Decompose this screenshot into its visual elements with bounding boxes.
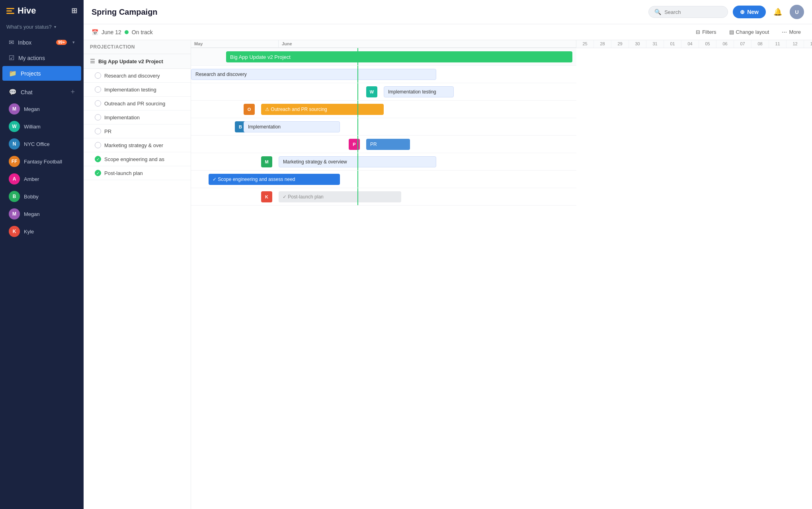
today-line xyxy=(357,188,358,205)
hive-logo-icon xyxy=(6,8,14,14)
avatar-william: W xyxy=(9,121,20,132)
gantt-month-label: June xyxy=(279,40,576,47)
task-label: Marketing strategy & over xyxy=(104,142,163,148)
task-check-icon xyxy=(95,114,101,120)
gantt-bar[interactable]: Implementation xyxy=(244,121,340,132)
grid-icon[interactable]: ⊞ xyxy=(71,6,77,15)
layout-icon: ▤ xyxy=(729,29,734,35)
status-text: What's your status? xyxy=(6,24,52,30)
gantt-task-row: MMarketing strategy & overview xyxy=(191,153,576,171)
date-label: June 12 xyxy=(102,29,121,35)
sidebar-item-megan2[interactable]: M Megan xyxy=(2,206,81,222)
gantt-bar[interactable]: PR xyxy=(366,139,410,150)
task-row[interactable]: Marketing strategy & over xyxy=(84,138,191,152)
sidebar-item-fantasy-football[interactable]: FF Fantasy Football xyxy=(2,153,81,170)
task-rows: Research and discovery Implementation te… xyxy=(84,69,191,180)
gantt-bar[interactable]: ✓ Post-launch plan xyxy=(279,191,401,202)
notifications-button[interactable]: 🔔 xyxy=(771,5,785,19)
sidebar-item-inbox[interactable]: ✉ Inbox 99+ ▾ xyxy=(2,35,81,50)
gantt-day-label: 01 xyxy=(664,40,681,48)
group-label: NYC Office xyxy=(24,141,50,147)
gantt-header: MayJune252829303101040506070811121314151… xyxy=(191,40,812,48)
task-label: Post-launch plan xyxy=(104,170,143,176)
project-folder-icon: ☰ xyxy=(90,58,95,64)
task-row[interactable]: Implementation testing xyxy=(84,83,191,97)
inbox-icon: ✉ xyxy=(9,39,14,46)
page-title: Spring Campaign xyxy=(92,8,644,17)
today-line xyxy=(357,153,358,170)
task-label: Implementation testing xyxy=(104,87,156,93)
task-check-icon xyxy=(95,100,101,107)
task-check-icon: ✓ xyxy=(95,156,101,162)
gantt-task-row: K✓ Post-launch plan xyxy=(191,188,576,206)
task-row[interactable]: Outreach and PR sourcing xyxy=(84,97,191,111)
subbar: 📅 June 12 On track ⊟ Filters ▤ Change la… xyxy=(84,24,812,40)
gantt-task-row: PPR xyxy=(191,136,576,153)
gantt-chart[interactable]: MayJune252829303101040506070811121314151… xyxy=(191,40,812,509)
gantt-day-label: 31 xyxy=(646,40,664,48)
sidebar-item-bobby[interactable]: B Bobby xyxy=(2,188,81,205)
gantt-day-label: 13 xyxy=(804,40,812,48)
group-label: Amber xyxy=(24,176,39,182)
task-label: Implementation xyxy=(104,115,140,120)
sidebar-item-label: Chat xyxy=(21,89,33,95)
gantt-avatar: W xyxy=(366,86,377,97)
avatar-amber: A xyxy=(9,173,20,185)
status-bar[interactable]: What's your status? ▾ xyxy=(0,21,84,35)
gantt-bar[interactable]: Research and discovery xyxy=(191,69,436,80)
topbar: Spring Campaign 🔍 ⊕ New 🔔 U xyxy=(84,0,812,24)
sidebar-item-megan[interactable]: M Megan xyxy=(2,101,81,117)
gantt-task-row: Research and discovery xyxy=(191,66,576,83)
gantt-day-label: 04 xyxy=(681,40,699,48)
main-content: Spring Campaign 🔍 ⊕ New 🔔 U 📅 June 12 On… xyxy=(84,0,812,509)
user-avatar[interactable]: U xyxy=(790,5,804,19)
task-row[interactable]: ✓ Scope engineering and as xyxy=(84,152,191,166)
search-input[interactable] xyxy=(664,9,720,15)
task-label: Outreach and PR sourcing xyxy=(104,101,165,107)
gantt-month-label: May xyxy=(191,40,279,47)
filters-label: Filters xyxy=(702,29,716,35)
task-row[interactable]: Research and discovery xyxy=(84,69,191,83)
add-chat-icon[interactable]: + xyxy=(70,88,75,96)
gantt-day-label: 30 xyxy=(629,40,646,48)
gantt-bar[interactable]: ✓ Scope engineering and assess need xyxy=(209,174,340,185)
new-button[interactable]: ⊕ New xyxy=(733,6,766,18)
projects-icon: 📁 xyxy=(9,70,17,77)
search-box[interactable]: 🔍 xyxy=(648,6,728,18)
more-button[interactable]: ⋯ More xyxy=(779,27,804,37)
gantt-day-label: 08 xyxy=(751,40,769,48)
new-button-label: New xyxy=(747,9,759,15)
gantt-avatar: M xyxy=(261,156,272,167)
task-row[interactable]: ✓ Post-launch plan xyxy=(84,166,191,180)
gantt-bar[interactable]: Implementation testing xyxy=(384,86,454,97)
logo-text: Hive xyxy=(18,6,36,16)
task-row[interactable]: PR xyxy=(84,124,191,138)
sidebar-item-amber[interactable]: A Amber xyxy=(2,171,81,187)
sidebar-item-label: Projects xyxy=(21,70,41,77)
status-label: On track xyxy=(132,29,153,35)
group-label: William xyxy=(24,124,41,130)
gantt-project-row: Big App Update v2 Project xyxy=(191,48,576,66)
filters-button[interactable]: ⊟ Filters xyxy=(693,27,719,37)
sidebar-item-kyle[interactable]: K Kyle xyxy=(2,223,81,240)
task-label: Research and discovery xyxy=(104,73,160,79)
sidebar-item-william[interactable]: W William xyxy=(2,118,81,135)
project-row[interactable]: ☰ Big App Update v2 Project xyxy=(84,54,191,69)
task-check-icon xyxy=(95,128,101,134)
task-row[interactable]: Implementation xyxy=(84,111,191,124)
sidebar-item-chat[interactable]: 💬 Chat + xyxy=(2,84,81,100)
chevron-icon: ▾ xyxy=(72,40,75,45)
gantt-day-label: 29 xyxy=(611,40,629,48)
on-track-dot xyxy=(125,30,129,34)
sidebar-item-my-actions[interactable]: ☑ My actions xyxy=(2,51,81,65)
avatar-megan2: M xyxy=(9,208,20,220)
gantt-day-label: 05 xyxy=(699,40,716,48)
chevron-down-icon: ▾ xyxy=(54,25,56,29)
gantt-bar[interactable]: ⚠ Outreach and PR sourcing xyxy=(261,104,384,115)
change-layout-button[interactable]: ▤ Change layout xyxy=(726,27,773,37)
group-label: Kyle xyxy=(24,229,34,235)
gantt-task-row: WImplementation testing xyxy=(191,83,576,101)
sidebar-item-nyc-office[interactable]: N NYC Office xyxy=(2,136,81,152)
sidebar-item-projects[interactable]: 📁 Projects xyxy=(2,66,81,81)
task-label: Scope engineering and as xyxy=(104,156,164,162)
